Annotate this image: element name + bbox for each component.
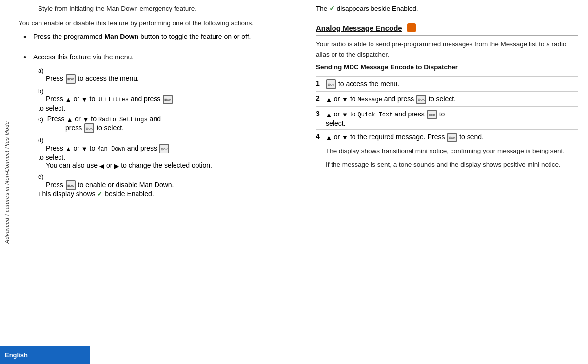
right-column: The ✓ disappears beside Enabled. Analog … <box>306 0 588 346</box>
step2-num: 2 <box>316 95 326 104</box>
arrow-up-step3: ▲ <box>326 111 332 118</box>
arrow-down-d: ▼ <box>81 145 88 153</box>
arrow-down-c: ▼ <box>83 116 89 123</box>
bullet-symbol-2: • <box>23 52 33 63</box>
step-3-row: 3 ▲ or ▼ to Quick Text and press to sele… <box>316 106 578 127</box>
arrow-left-d: ◀ <box>99 162 104 170</box>
columns-area: Style from initiating the Man Down emerg… <box>14 0 588 346</box>
divider-right-2 <box>316 35 578 36</box>
step1-content: to access the menu. <box>326 79 399 89</box>
arrow-up-step4: ▲ <box>326 134 332 141</box>
check-icon-e: ✓ <box>97 190 105 198</box>
arrow-down-b: ▼ <box>81 96 88 103</box>
sub-d-content: Press ▲ or ▼ to Man Down and press to se… <box>38 144 170 161</box>
left-column: Style from initiating the Man Down emerg… <box>14 0 306 346</box>
bullet-item-1: • Press the programmed Man Down button t… <box>23 32 296 43</box>
page-container: Advanced Features in Non-Connect Plus Mo… <box>0 0 588 364</box>
sub-e-content: Press to enable or disable Man Down. Thi… <box>38 181 174 198</box>
step4-content: ▲ or ▼ to the required message. Press to… <box>326 133 565 174</box>
ok-button-b <box>163 95 173 104</box>
footer-bar: English <box>0 346 90 364</box>
sub-c-content: Press ▲ or ▼ to Radio Settings and <box>47 115 161 123</box>
sub-item-c: c) Press ▲ or ▼ to Radio Settings and pr… <box>38 115 296 133</box>
divider-1 <box>19 48 296 48</box>
sub-c-press: press to select. <box>65 124 124 132</box>
arrow-up-b: ▲ <box>65 96 72 103</box>
analog-description: Your radio is able to send pre-programme… <box>316 39 578 59</box>
bullet-item-2: • Access this feature via the menu. <box>23 52 296 63</box>
sub-e-label: e) <box>38 173 44 180</box>
arrow-up-d: ▲ <box>65 145 72 153</box>
ok-button-step2 <box>416 95 426 104</box>
main-content: Style from initiating the Man Down emerg… <box>14 0 588 346</box>
ok-button-a <box>66 74 76 84</box>
para1: You can enable or disable this feature b… <box>19 19 296 28</box>
sub-a-content: Press to access the menu. <box>46 75 139 82</box>
sidebar-label-text: Advanced Features in Non-Connect Plus Mo… <box>4 121 10 243</box>
sub-b-content: Press ▲ or ▼ to Utilities and press to s… <box>38 95 173 112</box>
ok-button-e <box>66 180 76 190</box>
bullet-text-2: Access this feature via the menu. <box>33 52 296 63</box>
step-4-row: 4 ▲ or ▼ to the required message. Press … <box>316 129 578 174</box>
arrow-up-c: ▲ <box>66 116 73 123</box>
ok-button-step1 <box>326 79 336 89</box>
arrow-down-step2: ▼ <box>342 96 348 103</box>
analog-heading: Analog Message Encode <box>316 23 578 32</box>
sub-item-e: e) Press to enable or disable Man Down. … <box>38 172 296 198</box>
sub-a-label: a) <box>38 67 44 74</box>
sub-item-d: d) Press ▲ or ▼ to Man Down and press to… <box>38 136 296 170</box>
sub-c-label: c) <box>38 115 43 123</box>
sub-item-a: a) Press to access the menu. <box>38 66 296 84</box>
divider-right-top <box>316 19 578 19</box>
step4-display1: The display shows transitional mini noti… <box>326 146 565 156</box>
language-label: English <box>5 351 28 359</box>
sub-d-extra-text: You can also use ◀ or ▶ to change the se… <box>46 161 212 169</box>
step-1-row: 1 to access the menu. <box>316 76 578 89</box>
arrow-down-step4: ▼ <box>342 134 348 141</box>
step4-display2: If the message is sent, a tone sounds an… <box>326 160 565 170</box>
bullet-symbol-1: • <box>23 32 33 43</box>
step-2-row: 2 ▲ or ▼ to Message and press to select. <box>316 91 578 104</box>
step3-code: Quick Text <box>357 112 392 118</box>
arrow-right-d: ▶ <box>114 162 119 170</box>
sub-c-code: Radio Settings <box>98 116 148 123</box>
ok-button-c <box>84 123 94 133</box>
step2-content: ▲ or ▼ to Message and press to select. <box>326 95 456 104</box>
mdc-subheading: Sending MDC Message Encode to Dispatcher <box>316 62 578 72</box>
sub-item-b: b) Press ▲ or ▼ to Utilities and press t… <box>38 87 296 112</box>
step4-num: 4 <box>316 133 326 174</box>
check-icon-top: ✓ <box>329 5 337 12</box>
analog-icon <box>407 23 416 32</box>
sub-d-label: d) <box>38 136 44 144</box>
step4-line1: ▲ or ▼ to the required message. Press to… <box>326 133 565 142</box>
sub-d-code: Man Down <box>97 146 125 153</box>
sidebar-label-container: Advanced Features in Non-Connect Plus Mo… <box>0 0 14 364</box>
arrow-up-step2: ▲ <box>326 96 332 103</box>
right-top-line: The ✓ disappears beside Enabled. <box>316 4 578 16</box>
intro-text: Style from initiating the Man Down emerg… <box>38 4 296 14</box>
bullet-text-1: Press the programmed Man Down button to … <box>33 32 296 43</box>
arrow-down-step3: ▼ <box>342 111 348 118</box>
ok-button-step4 <box>447 133 457 142</box>
step2-code: Message <box>357 96 382 103</box>
step1-num: 1 <box>316 79 326 89</box>
sub-b-code: Utilities <box>97 96 129 103</box>
step3-content: ▲ or ▼ to Quick Text and press to select… <box>326 110 445 127</box>
sub-b-label: b) <box>38 87 44 95</box>
step3-num: 3 <box>316 110 326 127</box>
ok-button-d <box>159 144 169 153</box>
ok-button-step3 <box>427 110 437 119</box>
